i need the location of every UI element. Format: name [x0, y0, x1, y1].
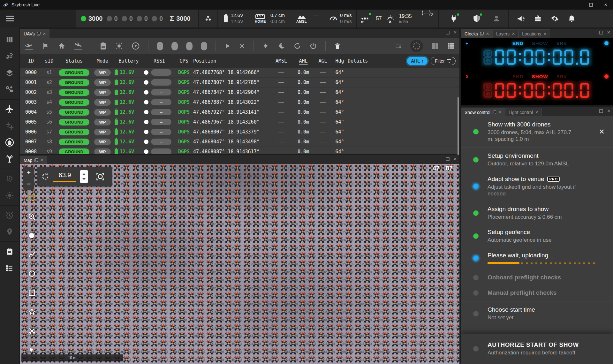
sidebar-item-uavs[interactable]: [0, 101, 19, 118]
sort-chip[interactable]: AHL↑: [407, 57, 428, 65]
sunset-time-button[interactable]: 19:35in 5h: [385, 10, 416, 27]
filter-chip[interactable]: Filter: [431, 57, 456, 65]
list-view-button[interactable]: [447, 42, 455, 50]
flash-color-button-4[interactable]: [201, 42, 207, 50]
sidebar-item-layers[interactable]: [0, 64, 19, 81]
select-tool-button[interactable]: [28, 193, 36, 202]
uav-row[interactable]: 0001 s2 GROUND WP 12.6V – DGPS 47.486780…: [20, 78, 459, 87]
rotation-input[interactable]: 63.9: [53, 171, 76, 182]
close-panel-icon[interactable]: ✕: [453, 30, 457, 35]
cut-hole-tool-button[interactable]: [28, 327, 36, 335]
map-canvas[interactable]: 2352 1852 0863 6058 47 87 + − 63.9: [20, 164, 459, 364]
show-step[interactable]: Choose start timeNot set yet: [461, 302, 613, 325]
show-step[interactable]: Manual preflight checks: [461, 285, 613, 300]
battery-summary[interactable]: 12.6V12.6V: [218, 10, 248, 27]
undock-icon[interactable]: [34, 158, 38, 162]
wakeup-button[interactable]: [262, 42, 269, 50]
col-sid[interactable]: sID: [42, 58, 57, 64]
sidebar-item-map[interactable]: [0, 31, 19, 48]
clock-ref-srv[interactable]: SRV: [556, 41, 567, 46]
user-icon[interactable]: [492, 14, 501, 23]
amsl-summary[interactable]: AMSL ——: [289, 10, 324, 27]
arm-start-button[interactable]: [224, 43, 231, 49]
uav-row[interactable]: 0002 s3 GROUND WP 12.6V – DGPS 47.486784…: [20, 87, 459, 97]
sleep-button[interactable]: [277, 42, 285, 50]
uav-row[interactable]: 0000 s1 GROUND WP 12.6V – DGPS 47.486776…: [20, 68, 459, 78]
add-marker-tool-button[interactable]: [28, 232, 35, 239]
flash-color-button-2[interactable]: [171, 42, 178, 50]
show-step[interactable]: Setup geofenceAutomatic geofence in use: [461, 224, 613, 248]
clock-ref-end[interactable]: END: [512, 41, 524, 46]
flash-color-button-1[interactable]: [157, 42, 163, 50]
show-step[interactable]: Assign drones to showPlacement accuracy …: [461, 201, 613, 225]
remove-button[interactable]: [334, 42, 341, 50]
col-rssi[interactable]: RSSI: [144, 58, 175, 64]
reset-rotation-icon[interactable]: [41, 172, 49, 181]
takeoff-button[interactable]: [25, 42, 34, 50]
col-mode[interactable]: Mode: [92, 58, 113, 64]
fit-view-button[interactable]: [96, 172, 105, 181]
led-test-button[interactable]: [115, 42, 123, 50]
tab-clocks[interactable]: Clocks ✕: [461, 29, 493, 38]
col-ahl[interactable]: AHL: [293, 58, 314, 64]
tab-uavs[interactable]: UAVs ✕: [20, 29, 49, 38]
rotation-stepper[interactable]: [80, 170, 88, 183]
close-tab-icon[interactable]: ✕: [486, 32, 489, 36]
gps-status-button[interactable]: 57: [357, 10, 385, 27]
notifications-bell-icon[interactable]: [567, 14, 576, 23]
reboot-button[interactable]: [293, 42, 301, 50]
server-connection-button[interactable]: [450, 14, 458, 23]
undock-icon[interactable]: [493, 110, 496, 114]
return-home-button[interactable]: [58, 42, 65, 50]
close-tab-icon[interactable]: ✕: [40, 158, 43, 163]
preflight-checks-button[interactable]: [100, 42, 107, 50]
step-down-icon[interactable]: [82, 178, 86, 180]
sort-button[interactable]: [394, 42, 402, 50]
draw-circle-tool-button[interactable]: [28, 269, 36, 278]
flag-button[interactable]: [42, 42, 49, 50]
zoom-tool-button[interactable]: [28, 213, 36, 221]
uav-row[interactable]: 0003 s4 GROUND WP 12.6V – DGPS 47.486788…: [20, 97, 459, 107]
col-position[interactable]: Position: [193, 58, 270, 64]
broadcast-icon[interactable]: [517, 14, 525, 23]
maximize-button[interactable]: [584, 0, 598, 10]
tab-show-control[interactable]: Show control ✕: [461, 108, 505, 116]
undock-icon[interactable]: [37, 32, 41, 35]
close-tab-icon[interactable]: ✕: [535, 110, 538, 115]
menu-icon[interactable]: [6, 16, 14, 21]
clock-ref-end[interactable]: END: [512, 74, 524, 79]
maximize-panel-icon[interactable]: [599, 31, 603, 34]
sidebar-item-swarm[interactable]: [0, 118, 19, 134]
close-tab-icon[interactable]: ✕: [512, 32, 515, 36]
step-up-icon[interactable]: [82, 173, 86, 175]
undock-icon[interactable]: [480, 32, 484, 35]
show-step[interactable]: Adapt show to venuePROAdjust takeoff gri…: [461, 171, 613, 201]
close-panel-icon[interactable]: ✕: [607, 109, 610, 113]
maximize-panel-icon[interactable]: [599, 109, 603, 113]
maximize-panel-icon[interactable]: [446, 157, 450, 161]
clock-ref-show[interactable]: SHOW: [532, 41, 548, 46]
disarm-button[interactable]: [239, 43, 245, 49]
col-id[interactable]: ID: [20, 58, 42, 64]
settings-gear-icon[interactable]: [550, 14, 559, 23]
power-off-button[interactable]: [309, 42, 317, 50]
show-step[interactable]: Please wait, uploading...: [461, 248, 613, 268]
zoom-in-button[interactable]: +: [27, 169, 31, 177]
clear-show-button[interactable]: ✕: [599, 128, 605, 136]
draw-star-tool-button[interactable]: [28, 308, 36, 316]
show-step[interactable]: Show with 3000 drones3000 drones, 5:04, …: [461, 117, 613, 147]
tab-light-control[interactable]: Light control✕: [505, 108, 542, 116]
col-agl[interactable]: AGL: [314, 58, 332, 64]
col-gps[interactable]: GPS: [175, 58, 193, 64]
sidebar-item-locations[interactable]: [0, 224, 19, 240]
col-hdg[interactable]: Hdg: [332, 58, 348, 64]
col-amsl[interactable]: AMSL: [270, 58, 293, 64]
draw-path-tool-button[interactable]: [28, 250, 36, 259]
draw-rect-tool-button[interactable]: [28, 289, 36, 297]
tab-map[interactable]: Map ✕: [20, 156, 47, 164]
uav-table-scrollbar[interactable]: [458, 97, 459, 161]
land-button[interactable]: [74, 42, 83, 50]
show-step[interactable]: AUTHORIZE START OF SHOWAuthorization req…: [461, 334, 613, 364]
show-step[interactable]: Setup environmentOutdoor, relative to 12…: [461, 148, 613, 171]
tab-layers[interactable]: Layers✕: [493, 29, 518, 38]
